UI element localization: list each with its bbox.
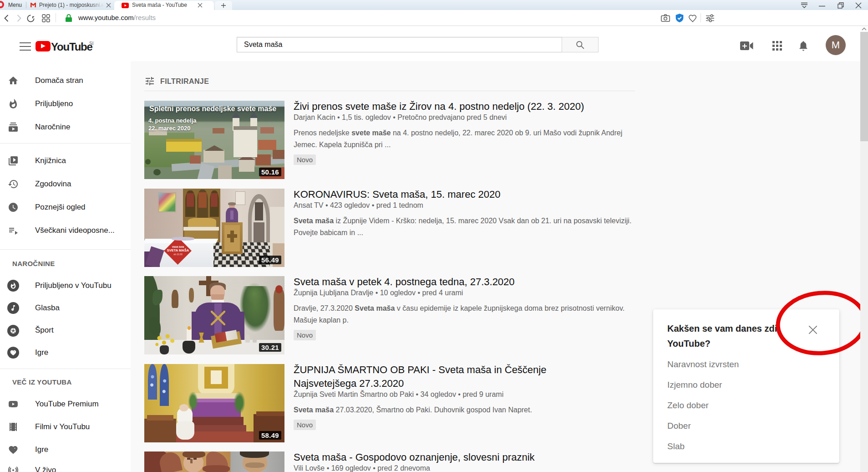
tab-gmail-close-icon[interactable] [106,3,111,8]
video-title[interactable]: ŽUPNIJA ŠMARTNO OB PAKI - Sveta maša in … [294,363,637,390]
annotation-red-circle [773,287,868,359]
survey-option-1[interactable]: Naravnost izvrsten [667,359,739,369]
sidebar-section-header: VEČ IZ YOUTUBA [12,378,72,386]
video-description: Sveta maša iz Župnije Videm - Krško: ned… [294,215,640,239]
tab-gmail[interactable]: Prejeto (1) - mojposkusni.e [39,2,104,8]
sidebar-item-v-ivo[interactable]: V živo [0,459,131,472]
window-minimize-icon[interactable] [819,5,825,7]
snapshot-camera-icon[interactable] [661,14,670,22]
playlist-icon [8,225,19,236]
video-new-badge: Novo [294,154,316,165]
video-title[interactable]: Sveta maša v petek 4. postnega tedna, 27… [294,275,637,289]
sidebar-item-doma-a-stran[interactable]: Domača stran [0,69,131,92]
search-button[interactable] [562,37,599,52]
sidebar-divider [0,369,131,369]
window-restore-icon[interactable] [838,2,844,9]
survey-option-4[interactable]: Dober [667,421,691,431]
video-duration-badge: 30.21 [259,343,281,352]
sidebar-item-filmi-v-youtubu[interactable]: Filmi v YouTubu [0,416,131,438]
premium-icon [8,399,19,410]
notifications-bell-icon[interactable] [798,40,808,51]
sidebar-divider [0,249,131,250]
browser-address-bar: www.youtube.com/results [0,10,868,26]
hamburger-menu-icon[interactable] [20,42,31,53]
back-icon[interactable] [3,14,11,22]
forward-icon[interactable] [15,14,23,22]
video-meta[interactable]: Vili Lovše • 169 ogledov • pred 2 dnevom… [294,464,640,472]
sidebar-item--port[interactable]: Šport [0,319,131,342]
clock-icon [8,202,19,213]
sidebar-item-igre[interactable]: Igre [0,438,131,461]
search-input-value: Sveta maša [244,41,282,49]
sidebar-item-youtube-premium[interactable]: YouTube Premium [0,393,131,416]
channel-avatar-icon [7,347,19,359]
fire-icon [8,98,19,109]
apps-grid-icon[interactable] [772,41,782,51]
tab-menu-icon[interactable] [800,2,809,8]
browser-menu-button[interactable]: Menu [8,2,22,8]
filter-button[interactable]: FILTRIRANJE [160,77,209,86]
sidebar-item-knji-nica[interactable]: Knjižnica [0,149,131,172]
sidebar-item-naro-nine[interactable]: Naročnine [0,116,131,139]
film-icon [8,421,19,432]
thumb-overlay-line1: Spletni prenos nedeljske svete maše [149,105,284,113]
video-thumbnail[interactable]: VSAK DANSVETA MAŠAob 21:0056.49 [144,189,284,267]
video-thumbnail[interactable]: 58.49 [144,364,284,442]
gmail-favicon [30,2,36,8]
sidebar-item-igre[interactable]: Igre [0,341,131,364]
vpn-shield-icon[interactable] [675,13,684,23]
url-text[interactable]: www.youtube.com/results [78,14,156,21]
youtube-header: YouTube SI Sveta maša M [0,26,868,61]
window-close-icon[interactable] [855,2,862,9]
browser-tab-bar: Menu Prejeto (1) - mojposkusni.e Sveta m… [0,0,868,10]
survey-option-3[interactable]: Zelo dober [667,400,709,410]
filter-tune-icon[interactable] [144,76,155,87]
library-icon [8,155,19,166]
avatar[interactable]: M [826,35,846,55]
video-description: Prenos nedeljske svete maše na 4. postno… [294,127,640,151]
sidebar-item-priljubljeno-v-youtubu[interactable]: Priljubljeno v YouTubu [0,274,131,297]
survey-option-2[interactable]: Izjemno dober [667,380,722,390]
bookmark-heart-icon[interactable] [688,14,697,22]
tab-youtube-close-icon[interactable] [198,3,203,8]
video-meta[interactable]: Župnija Ljubljana Dravlje • 10 ogledov •… [294,289,640,297]
home-icon [8,75,19,86]
sidebar-item-v-e-kani-videoposne-[interactable]: Všečkani videoposne... [0,219,131,242]
subs-icon [8,122,19,133]
survey-option-5[interactable]: Slab [667,441,685,451]
video-thumbnail[interactable]: Spletni prenos nedeljske svete maše4. po… [144,101,284,179]
video-thumbnail[interactable] [144,451,284,472]
search-input[interactable] [237,37,562,52]
lock-icon[interactable] [65,14,72,22]
scrollbar-up-button[interactable] [860,26,868,32]
video-title[interactable]: KORONAVIRUS: Sveta maša, 15. marec 2020 [294,188,637,201]
sidebar-item-zgodovina[interactable]: Zgodovina [0,173,131,195]
video-thumbnail[interactable]: 30.21 [144,276,284,354]
tab-separator [26,2,26,8]
opera-menu-icon[interactable] [0,1,4,8]
scrollbar-thumb[interactable] [860,32,868,141]
new-tab-button[interactable] [215,1,232,10]
video-meta[interactable]: Župnija Sveti Martin Šmartno ob Paki • 3… [294,390,640,399]
video-duration-badge: 50.16 [259,168,281,176]
video-title[interactable]: Živi prenos svete maše iz Žirov na 4. po… [294,100,637,113]
youtube-favicon [122,3,129,8]
video-meta[interactable]: Darjan Kacin • 1,5 tis. ogledov • Pretoč… [294,113,640,122]
youtube-logo-text[interactable]: YouTube [51,41,92,53]
create-video-icon[interactable] [740,41,753,51]
video-duration-badge: 56.49 [259,256,281,264]
easy-setup-icon[interactable] [706,14,715,22]
channel-avatar-icon [7,280,19,292]
youtube-logo-icon[interactable] [36,41,51,51]
sidebar-item-priljubljeno[interactable]: Priljubljeno [0,92,131,115]
video-new-badge: Novo [294,420,316,430]
reload-icon[interactable] [26,14,35,23]
video-meta[interactable]: Ansat TV • 423 ogledov • pred 1 tednom [294,201,640,210]
filter-divider [144,91,635,91]
sidebar-item-poznej-i-ogled[interactable]: Poznejši ogled [0,196,131,219]
sidebar-item-glasba[interactable]: Glasba [0,297,131,319]
live-icon [8,465,19,472]
speeddial-grid-icon[interactable] [42,14,50,22]
scrollbar[interactable] [860,26,868,472]
video-title[interactable]: Sveta maša - Gospodovo oznanjenje, slove… [294,451,637,464]
